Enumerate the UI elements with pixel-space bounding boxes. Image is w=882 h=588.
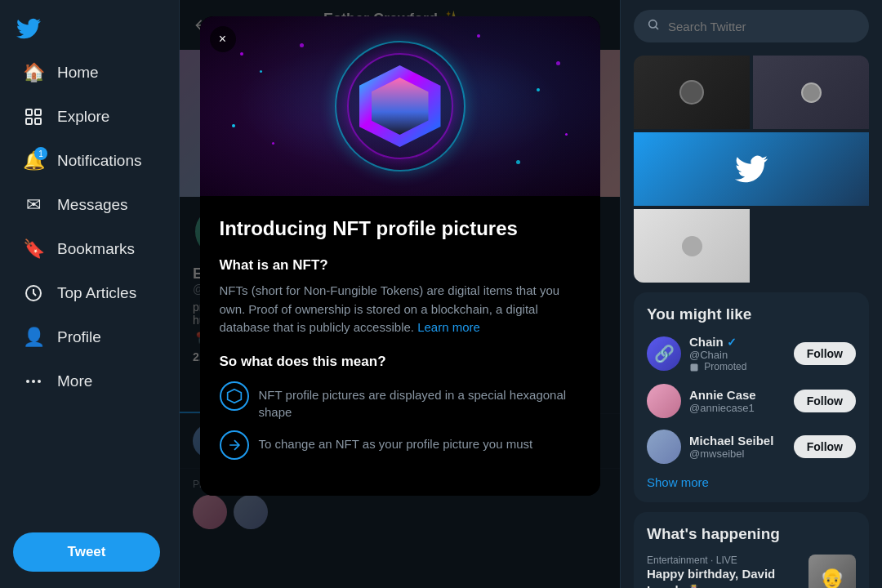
- sidebar-item-notifications-label: Notifications: [57, 152, 142, 170]
- left-sidebar: 🏠 Home Explore 🔔 1 Notifications ✉ Messa…: [0, 0, 180, 588]
- modal-close-button[interactable]: ×: [210, 26, 236, 52]
- modal-feature-2: To change an NFT as your profile picture…: [220, 430, 581, 460]
- sidebar-item-profile[interactable]: 👤 Profile: [7, 317, 172, 358]
- who-to-follow-section: You might like 🔗 Chain ✓ @Chain Promoted…: [634, 292, 869, 502]
- tweet-button[interactable]: Tweet: [13, 532, 160, 572]
- sidebar-item-top-articles[interactable]: Top Articles: [7, 273, 172, 314]
- follow-info-michael: Michael Seibel @mwseibel: [689, 434, 786, 460]
- follow-button-chain[interactable]: Follow: [794, 342, 856, 365]
- sidebar-item-home-label: Home: [57, 64, 99, 82]
- explore-icon: [23, 106, 44, 127]
- learn-more-link[interactable]: Learn more: [417, 320, 480, 334]
- sidebar-item-profile-label: Profile: [57, 328, 101, 346]
- svg-point-6: [32, 380, 35, 383]
- follow-item-chain: 🔗 Chain ✓ @Chain Promoted Follow: [647, 335, 856, 372]
- happening-item-david-lynch: Entertainment · LIVE Happy birthday, Dav…: [647, 555, 856, 588]
- modal-what-is-nft-body: NFTs (short for Non-Fungible Tokens) are…: [220, 282, 581, 337]
- promoted-tag-chain: Promoted: [689, 361, 786, 372]
- video-thumb-4[interactable]: [634, 209, 750, 283]
- sidebar-item-notifications[interactable]: 🔔 1 Notifications: [7, 140, 172, 181]
- follow-avatar-michael: [647, 430, 681, 464]
- happening-category-david: Entertainment · LIVE: [647, 555, 800, 566]
- whats-happening-title: What's happening: [647, 525, 856, 543]
- right-sidebar: You might like 🔗 Chain ✓ @Chain Promoted…: [621, 0, 882, 588]
- sidebar-item-home[interactable]: 🏠 Home: [7, 52, 172, 93]
- svg-rect-10: [691, 363, 698, 371]
- modal-feature-1-text: NFT profile pictures are displayed in a …: [259, 381, 581, 421]
- follow-item-annie: Annie Case @anniecase1 Follow: [647, 384, 856, 418]
- search-bar[interactable]: [634, 10, 869, 42]
- follow-button-annie[interactable]: Follow: [794, 390, 856, 412]
- show-more-link[interactable]: Show more: [647, 475, 856, 489]
- twitter-logo: [0, 7, 179, 51]
- notifications-icon: 🔔 1: [23, 150, 44, 172]
- follow-handle-michael: @mwseibel: [689, 448, 786, 460]
- search-icon: [647, 18, 660, 34]
- video-thumbnails: [634, 56, 869, 283]
- sidebar-item-explore-label: Explore: [57, 108, 109, 126]
- messages-icon: ✉: [23, 194, 44, 216]
- main-nav: 🏠 Home Explore 🔔 1 Notifications ✉ Messa…: [0, 51, 179, 523]
- search-input[interactable]: [668, 20, 856, 33]
- follow-handle-chain: @Chain: [689, 349, 786, 361]
- follow-item-michael: Michael Seibel @mwseibel Follow: [647, 430, 856, 464]
- modal-title: Introducing NFT profile pictures: [220, 216, 581, 241]
- more-icon: [23, 371, 44, 392]
- sidebar-item-messages[interactable]: ✉ Messages: [7, 185, 172, 225]
- happening-info-david: Entertainment · LIVE Happy birthday, Dav…: [647, 555, 800, 588]
- modal-what-is-nft-heading: What is an NFT?: [220, 257, 581, 274]
- sidebar-item-bookmarks[interactable]: 🔖 Bookmarks: [7, 229, 172, 270]
- modal-body: Introducing NFT profile pictures What is…: [200, 196, 600, 496]
- svg-rect-0: [26, 109, 32, 115]
- follow-info-chain: Chain ✓ @Chain Promoted: [689, 335, 786, 372]
- svg-rect-2: [26, 118, 32, 124]
- sidebar-item-bookmarks-label: Bookmarks: [57, 240, 135, 258]
- follow-name-annie: Annie Case: [689, 388, 786, 402]
- sidebar-item-more-label: More: [57, 372, 92, 390]
- home-icon: 🏠: [23, 62, 44, 83]
- svg-marker-8: [227, 389, 241, 403]
- profile-icon: 👤: [23, 327, 44, 348]
- svg-point-7: [38, 380, 41, 383]
- svg-point-9: [649, 20, 657, 28]
- modal-overlay[interactable]: ×: [180, 0, 620, 588]
- top-articles-icon: [23, 283, 44, 304]
- svg-point-5: [26, 380, 29, 383]
- follow-info-annie: Annie Case @anniecase1: [689, 388, 786, 414]
- sidebar-item-more[interactable]: More: [7, 361, 172, 402]
- follow-button-michael[interactable]: Follow: [794, 435, 856, 458]
- whats-happening-section: What's happening Entertainment · LIVE Ha…: [634, 512, 869, 588]
- follow-avatar-annie: [647, 384, 681, 418]
- sidebar-item-explore[interactable]: Explore: [7, 96, 172, 137]
- follow-avatar-chain: 🔗: [647, 336, 681, 371]
- video-thumb-2[interactable]: [753, 56, 869, 129]
- arrow-feature-icon: [220, 430, 249, 460]
- sidebar-item-messages-label: Messages: [57, 196, 128, 214]
- video-thumb-3[interactable]: [634, 132, 869, 206]
- follow-name-chain: Chain ✓: [689, 335, 786, 349]
- nft-avatar-visual: [327, 33, 474, 180]
- follow-handle-annie: @anniecase1: [689, 402, 786, 414]
- main-content: Esther Crawford ✨ 10.7K Tweets Be bold.G…: [180, 0, 621, 588]
- follow-name-michael: Michael Seibel: [689, 434, 786, 448]
- nft-modal: ×: [200, 16, 600, 496]
- modal-hero: [200, 16, 600, 196]
- sidebar-item-top-articles-label: Top Articles: [57, 284, 136, 302]
- notification-badge: 1: [34, 147, 47, 160]
- happening-img-david: 👴: [808, 555, 856, 588]
- verified-badge-chain: ✓: [727, 336, 737, 349]
- happening-title-david: Happy birthday, David Lynch 🎂: [647, 566, 800, 588]
- who-to-follow-title: You might like: [647, 305, 856, 323]
- svg-rect-1: [35, 109, 41, 115]
- modal-feature-1: NFT profile pictures are displayed in a …: [220, 381, 581, 421]
- modal-so-what-heading: So what does this mean?: [220, 354, 581, 370]
- video-thumb-1[interactable]: [634, 56, 750, 129]
- svg-rect-3: [35, 118, 41, 124]
- bookmarks-icon: 🔖: [23, 238, 44, 260]
- hexagon-feature-icon: [220, 381, 249, 411]
- modal-feature-2-text: To change an NFT as your profile picture…: [259, 430, 533, 452]
